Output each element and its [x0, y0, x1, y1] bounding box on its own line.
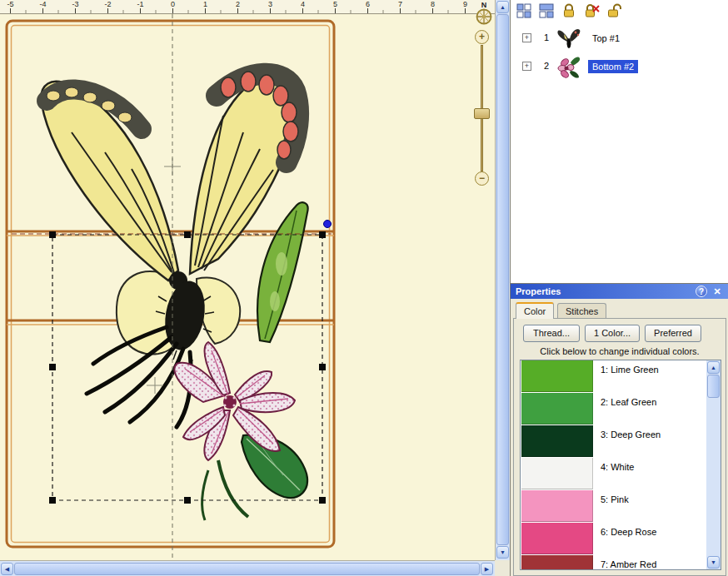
compass-icon[interactable]: N [471, 0, 498, 27]
help-icon: ? [699, 287, 704, 296]
scroll-down-icon: ▼ [711, 559, 716, 565]
selection-handle[interactable] [49, 497, 56, 504]
selection-handle[interactable] [184, 497, 191, 504]
object-thumbnail-flower [556, 54, 582, 81]
embroidery-design[interactable] [41, 72, 307, 520]
arrange-small-icon[interactable] [516, 2, 532, 19]
close-button[interactable]: ✕ [711, 285, 724, 298]
arrange-large-icon[interactable] [538, 2, 555, 19]
vertical-scroll-thumb[interactable] [496, 14, 509, 545]
color-label: 4: White [601, 462, 634, 472]
ruler-tick: 9 [465, 8, 466, 13]
color-row[interactable]: 3: Deep Green [521, 425, 721, 458]
object-row-bottom[interactable]: + 2 Bottom #2 [511, 53, 728, 82]
embroidery-workspace[interactable] [0, 14, 495, 560]
selection-handle[interactable] [319, 364, 326, 370]
ruler-tick: -1 [140, 8, 141, 13]
object-number: 1 [544, 32, 549, 42]
design-canvas[interactable] [0, 14, 495, 560]
properties-title: Properties [516, 286, 561, 296]
selection-handle[interactable] [319, 497, 326, 504]
zoom-out-button[interactable]: − [475, 171, 489, 186]
scroll-right-button[interactable]: ▶ [481, 563, 493, 575]
object-number: 2 [544, 61, 549, 71]
horizontal-scroll-thumb[interactable] [14, 563, 480, 575]
color-hint-text: Click below to change individual colors. [514, 346, 726, 356]
color-row[interactable]: 2: Leaf Green [521, 393, 721, 425]
color-swatch[interactable] [521, 490, 593, 522]
canvas-region: -5-4-3-2-10123456789 [0, 0, 510, 576]
lock-delete-icon[interactable] [583, 2, 600, 19]
color-swatch[interactable] [521, 555, 593, 570]
help-button[interactable]: ? [696, 286, 707, 297]
object-thumbnail-butterfly [556, 26, 582, 52]
color-label: 5: Pink [601, 494, 629, 504]
zoom-out-glyph: − [479, 172, 485, 184]
horizontal-ruler: -5-4-3-2-10123456789 [0, 0, 495, 14]
tab-stitches[interactable]: Stitches [557, 303, 606, 319]
scroll-up-button[interactable]: ▲ [496, 1, 509, 13]
color-scroll-thumb[interactable] [707, 375, 720, 398]
scroll-down-button[interactable]: ▼ [496, 546, 509, 559]
scroll-left-icon: ◀ [5, 566, 9, 572]
color-row[interactable]: 6: Deep Rose [521, 523, 721, 555]
selection-handle[interactable] [49, 231, 56, 238]
ruler-tick: 2 [237, 8, 238, 13]
expand-icon: + [525, 33, 529, 42]
expand-toggle[interactable]: + [522, 62, 531, 71]
ruler-tick: -3 [75, 8, 76, 13]
zoom-slider-handle[interactable] [474, 108, 490, 119]
tab-color[interactable]: Color [516, 302, 554, 319]
selection-handle[interactable] [319, 231, 326, 238]
lock-open-icon[interactable] [606, 2, 622, 19]
lock-closed-icon[interactable] [561, 2, 577, 19]
color-label: 6: Deep Rose [601, 527, 656, 537]
scrollbar-corner [495, 560, 510, 576]
expand-icon: + [525, 62, 529, 70]
objects-panel: + 1 Top #1 + 2 Bottom #2 Properties [510, 0, 728, 576]
selection-handle[interactable] [49, 364, 56, 370]
color-label: 1: Lime Green [601, 365, 659, 375]
object-row-top[interactable]: + 1 Top #1 [511, 25, 728, 53]
zoom-in-button[interactable]: + [475, 30, 489, 44]
color-list: 1: Lime Green 2: Leaf Green 3: Deep Gree… [520, 360, 721, 570]
ruler-tick: -2 [107, 8, 108, 13]
color-label: 3: Deep Green [601, 430, 661, 439]
properties-window: Properties ? ✕ Color Stitches Thread... … [511, 283, 728, 576]
object-label[interactable]: Top #1 [588, 32, 624, 45]
color-label: 2: Leaf Green [601, 397, 656, 407]
ruler-tick: 7 [400, 8, 401, 13]
selection-handle[interactable] [184, 231, 191, 238]
ruler-tick: 6 [367, 8, 368, 13]
scroll-right-icon: ▶ [485, 566, 489, 572]
thread-button[interactable]: Thread... [523, 325, 580, 342]
ruler-tick: -5 [10, 8, 11, 13]
horizontal-scrollbar[interactable]: ◀ ▶ [0, 560, 495, 576]
object-label[interactable]: Bottom #2 [588, 60, 638, 73]
color-row[interactable]: 4: White [521, 458, 721, 490]
color-tab-page: Thread... 1 Color... Preferred Click bel… [513, 318, 726, 576]
ruler-tick: 4 [302, 8, 303, 13]
color-swatch[interactable] [521, 360, 593, 392]
scroll-up-button[interactable]: ▲ [707, 361, 720, 374]
ruler-tick: -4 [42, 8, 43, 13]
color-list-scrollbar[interactable]: ▲ ▼ [706, 360, 721, 569]
scroll-down-icon: ▼ [500, 549, 506, 555]
expand-toggle[interactable]: + [522, 33, 531, 42]
color-row[interactable]: 7: Amber Red [521, 555, 721, 570]
scroll-down-button[interactable]: ▼ [707, 556, 720, 569]
one-color-button[interactable]: 1 Color... [585, 325, 640, 342]
color-swatch[interactable] [521, 425, 593, 457]
ruler-tick: 0 [172, 8, 173, 13]
scroll-left-button[interactable]: ◀ [1, 563, 13, 575]
color-row[interactable]: 1: Lime Green [521, 360, 721, 393]
color-swatch[interactable] [521, 393, 593, 425]
color-swatch[interactable] [521, 458, 593, 489]
preferred-button[interactable]: Preferred [645, 325, 701, 342]
color-row[interactable]: 5: Pink [521, 490, 721, 523]
close-icon: ✕ [713, 286, 721, 296]
rotation-point[interactable] [324, 221, 332, 228]
ruler-tick: 3 [270, 8, 271, 13]
vertical-scrollbar[interactable]: ▲ ▼ [495, 0, 510, 560]
color-swatch[interactable] [521, 523, 593, 554]
